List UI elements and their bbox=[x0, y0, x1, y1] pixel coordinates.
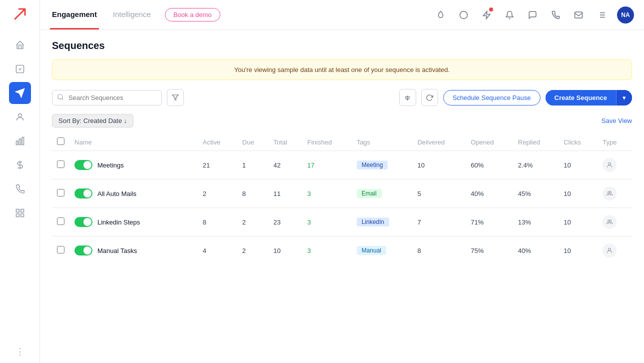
row-tags: Email bbox=[352, 180, 413, 208]
table-row: Meetings 21 1 42 17 Meeting 10 60% 2.4% … bbox=[52, 151, 632, 180]
row-name: Linkedin Steps bbox=[69, 208, 198, 236]
row-delivered: 5 bbox=[412, 180, 466, 208]
schedule-pause-button[interactable]: Schedule Sequence Pause bbox=[443, 90, 541, 106]
row-tags: Meeting bbox=[352, 151, 413, 180]
tab-intelligence[interactable]: Intelligence bbox=[111, 0, 153, 30]
svg-rect-2 bbox=[16, 141, 17, 145]
row-checkbox bbox=[52, 151, 69, 180]
bell-icon[interactable] bbox=[502, 8, 517, 22]
th-opened: Opened bbox=[466, 134, 513, 151]
row-active: 2 bbox=[198, 180, 237, 208]
row-total: 10 bbox=[268, 236, 302, 265]
phone-icon[interactable] bbox=[548, 8, 563, 22]
list-icon[interactable] bbox=[594, 8, 609, 22]
svg-rect-9 bbox=[20, 214, 23, 217]
th-active: Active bbox=[198, 134, 237, 151]
sidebar-item-contacts[interactable] bbox=[9, 106, 31, 128]
svg-line-20 bbox=[62, 98, 63, 100]
row-active: 8 bbox=[198, 208, 237, 236]
row-opened: 40% bbox=[466, 180, 513, 208]
create-sequence-dropdown[interactable]: ▾ bbox=[616, 90, 632, 106]
row-due: 2 bbox=[237, 208, 269, 236]
sequence-toggle[interactable] bbox=[74, 188, 92, 198]
tag-badge: Manual bbox=[357, 246, 386, 255]
type-icon bbox=[603, 244, 617, 258]
row-replied: 40% bbox=[513, 236, 559, 265]
row-active: 21 bbox=[198, 151, 237, 180]
sort-button[interactable]: Sort By: Created Date ↓ bbox=[52, 114, 133, 128]
svg-point-24 bbox=[609, 162, 611, 165]
mail-icon[interactable] bbox=[571, 8, 586, 22]
tag-badge: LinkedIn bbox=[357, 218, 389, 226]
tab-engagement[interactable]: Engagement bbox=[50, 0, 99, 30]
row-due: 2 bbox=[237, 236, 269, 265]
row-tags: Manual bbox=[352, 236, 413, 265]
row-replied: 45% bbox=[513, 180, 559, 208]
row-total: 11 bbox=[268, 180, 302, 208]
book-demo-button[interactable]: Book a demo bbox=[165, 8, 220, 22]
select-all-checkbox[interactable] bbox=[57, 138, 64, 145]
row-replied: 2.4% bbox=[513, 151, 559, 180]
th-type: Type bbox=[598, 134, 632, 151]
sort-icon-button[interactable] bbox=[399, 89, 416, 106]
type-icon bbox=[603, 186, 617, 200]
sidebar-item-grid[interactable] bbox=[9, 202, 31, 224]
sequence-toggle[interactable] bbox=[74, 217, 92, 227]
sidebar-item-home[interactable] bbox=[9, 34, 31, 56]
search-wrapper bbox=[52, 90, 162, 106]
save-view-link[interactable]: Save View bbox=[602, 117, 632, 124]
row-checkbox bbox=[52, 208, 69, 236]
row-delivered: 10 bbox=[412, 151, 466, 180]
svg-rect-6 bbox=[16, 210, 19, 212]
row-select-checkbox[interactable] bbox=[57, 246, 64, 254]
page-content: Sequences You're viewing sample data unt… bbox=[40, 30, 644, 363]
row-due: 8 bbox=[237, 180, 269, 208]
tag-badge: Email bbox=[357, 189, 382, 198]
sidebar-item-calls[interactable] bbox=[9, 178, 31, 200]
sequence-name[interactable]: Meetings bbox=[97, 162, 124, 169]
sequence-toggle[interactable] bbox=[74, 246, 92, 256]
sidebar-more[interactable]: ⋮ bbox=[15, 346, 24, 357]
sequence-name[interactable]: Manual Tasks bbox=[97, 247, 137, 254]
fire-icon[interactable] bbox=[433, 8, 448, 22]
sort-bar: Sort By: Created Date ↓ Save View bbox=[52, 114, 632, 128]
row-type bbox=[598, 151, 632, 180]
app-logo[interactable] bbox=[12, 6, 28, 24]
th-replied: Replied bbox=[513, 134, 559, 151]
row-type bbox=[598, 236, 632, 265]
refresh-icon[interactable] bbox=[456, 8, 471, 22]
chat-icon[interactable] bbox=[525, 8, 540, 22]
user-avatar[interactable]: NA bbox=[617, 6, 634, 24]
sequence-toggle[interactable] bbox=[74, 160, 92, 170]
row-select-checkbox[interactable] bbox=[57, 218, 64, 225]
th-name: Name bbox=[69, 134, 198, 151]
row-finished: 3 bbox=[302, 236, 352, 265]
svg-point-19 bbox=[58, 94, 62, 98]
row-due: 1 bbox=[237, 151, 269, 180]
row-checkbox bbox=[52, 180, 69, 208]
svg-point-29 bbox=[609, 248, 611, 250]
th-delivered: Delivered bbox=[412, 134, 466, 151]
toolbar: Schedule Sequence Pause Create Sequence … bbox=[52, 89, 632, 106]
row-select-checkbox[interactable] bbox=[57, 160, 64, 168]
sequence-name[interactable]: All Auto Mails bbox=[97, 190, 136, 198]
main-area: Engagement Intelligence Book a demo bbox=[40, 0, 644, 363]
svg-marker-11 bbox=[483, 11, 490, 18]
th-tags: Tags bbox=[352, 134, 413, 151]
refresh-button[interactable] bbox=[421, 89, 438, 106]
sidebar-item-revenue[interactable] bbox=[9, 154, 31, 176]
create-sequence-button[interactable]: Create Sequence bbox=[546, 90, 617, 106]
th-finished: Finished bbox=[302, 134, 352, 151]
th-total: Total bbox=[268, 134, 302, 151]
row-opened: 75% bbox=[466, 236, 513, 265]
lightning-icon[interactable] bbox=[479, 8, 494, 22]
sidebar-item-analytics[interactable] bbox=[9, 130, 31, 152]
sidebar-item-tasks[interactable] bbox=[9, 58, 31, 80]
sequence-name[interactable]: Linkedin Steps bbox=[97, 218, 140, 226]
table-row: Linkedin Steps 8 2 23 3 LinkedIn 7 71% 1… bbox=[52, 208, 632, 236]
table-row: All Auto Mails 2 8 11 3 Email 5 40% 45% … bbox=[52, 180, 632, 208]
sidebar-item-sequences[interactable] bbox=[9, 82, 31, 104]
row-select-checkbox[interactable] bbox=[57, 189, 64, 196]
filter-button[interactable] bbox=[167, 89, 184, 106]
search-input[interactable] bbox=[52, 90, 162, 106]
